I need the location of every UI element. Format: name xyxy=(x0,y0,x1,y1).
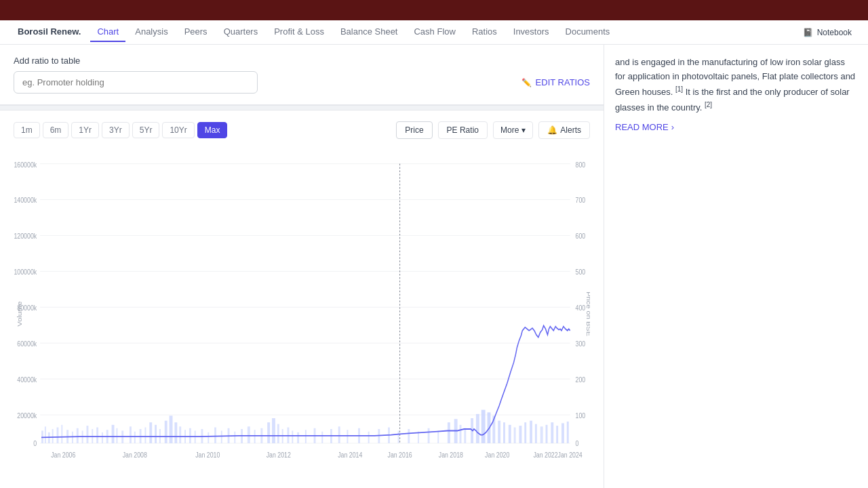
svg-text:Jan 2020: Jan 2020 xyxy=(485,451,510,459)
svg-text:0: 0 xyxy=(33,439,37,447)
svg-text:Price on BSE: Price on BSE xyxy=(585,291,590,336)
svg-rect-41 xyxy=(96,428,98,443)
nav-documents[interactable]: Documents xyxy=(559,22,617,42)
edit-ratios-label: EDIT RATIOS xyxy=(536,77,590,87)
svg-text:Jan 2022: Jan 2022 xyxy=(533,451,558,459)
pe-ratio-button[interactable]: PE Ratio xyxy=(438,121,488,139)
ratio-search-input[interactable] xyxy=(14,71,258,94)
chart-controls: 1m 6m 1Yr 3Yr 5Yr 10Yr Max Price PE Rati… xyxy=(14,121,590,139)
divider xyxy=(0,105,604,110)
svg-rect-110 xyxy=(535,424,537,443)
svg-rect-64 xyxy=(221,430,222,443)
nav-peers[interactable]: Peers xyxy=(178,22,214,42)
svg-text:Volume: Volume xyxy=(16,301,23,326)
svg-text:Jan 2024: Jan 2024 xyxy=(558,451,583,459)
svg-text:60000k: 60000k xyxy=(17,340,37,348)
right-panel: and is engaged in the manufacturing of l… xyxy=(604,45,868,488)
nav-quarters[interactable]: Quarters xyxy=(217,22,265,42)
left-panel: Add ratio to table ✏️ EDIT RATIOS 1m 6m … xyxy=(0,45,604,488)
svg-rect-44 xyxy=(112,425,115,443)
time-btn-6m[interactable]: 6m xyxy=(43,122,69,138)
svg-text:700: 700 xyxy=(576,196,586,204)
nav-ratios[interactable]: Ratios xyxy=(465,22,504,42)
read-more-button[interactable]: READ MORE › xyxy=(615,121,857,135)
chevron-down-icon: ▾ xyxy=(521,125,526,135)
svg-rect-96 xyxy=(460,425,462,443)
time-btn-3yr[interactable]: 3Yr xyxy=(102,122,130,138)
nav-analysis[interactable]: Analysis xyxy=(128,22,174,42)
svg-text:0: 0 xyxy=(576,439,579,447)
svg-text:Jan 2016: Jan 2016 xyxy=(388,451,413,459)
ref-1: [1] xyxy=(675,85,683,93)
svg-rect-86 xyxy=(368,432,370,443)
svg-text:100000k: 100000k xyxy=(14,268,37,276)
brand-name[interactable]: Borosil Renew. xyxy=(11,22,87,42)
svg-text:100: 100 xyxy=(576,411,586,420)
svg-rect-62 xyxy=(208,432,209,443)
add-ratio-section: Add ratio to table ✏️ EDIT RATIOS xyxy=(0,45,604,105)
time-btn-1yr[interactable]: 1Yr xyxy=(71,122,99,138)
svg-rect-97 xyxy=(464,428,466,443)
chart-svg: 160000k 140000k 120000k 100000k 80000k 6… xyxy=(14,147,590,472)
nav-bar: Borosil Renew. Chart Analysis Peers Quar… xyxy=(0,20,868,45)
chart-section: 1m 6m 1Yr 3Yr 5Yr 10Yr Max Price PE Rati… xyxy=(0,110,604,488)
svg-rect-111 xyxy=(540,426,543,443)
time-btn-10yr[interactable]: 10Yr xyxy=(162,122,194,138)
alerts-button[interactable]: 🔔 Alerts xyxy=(538,121,590,139)
svg-text:500: 500 xyxy=(576,268,586,276)
svg-rect-94 xyxy=(448,422,450,443)
svg-rect-51 xyxy=(149,422,152,443)
svg-rect-32 xyxy=(52,429,54,443)
bell-icon: 🔔 xyxy=(547,125,557,135)
notebook-icon: 📓 xyxy=(803,28,813,37)
svg-rect-37 xyxy=(77,428,79,443)
notebook-label: Notebook xyxy=(817,28,852,37)
nav-chart[interactable]: Chart xyxy=(90,22,125,42)
svg-rect-89 xyxy=(398,430,399,443)
svg-rect-92 xyxy=(428,428,430,443)
svg-rect-113 xyxy=(551,422,553,443)
nav-balance-sheet[interactable]: Balance Sheet xyxy=(334,22,405,42)
nav-investors[interactable]: Investors xyxy=(507,22,556,42)
notebook-button[interactable]: 📓 Notebook xyxy=(797,28,857,37)
svg-rect-68 xyxy=(248,426,250,443)
time-btn-5yr[interactable]: 5Yr xyxy=(132,122,160,138)
svg-rect-33 xyxy=(57,428,59,443)
time-btn-max[interactable]: Max xyxy=(197,122,228,138)
nav-cash-flow[interactable]: Cash Flow xyxy=(407,22,462,42)
chart-right-controls: Price PE Ratio More ▾ 🔔 Alerts xyxy=(396,121,590,139)
svg-rect-109 xyxy=(530,421,532,443)
svg-text:300: 300 xyxy=(576,340,586,348)
svg-rect-108 xyxy=(524,422,526,443)
edit-ratios-button[interactable]: ✏️ EDIT RATIOS xyxy=(521,77,590,87)
svg-text:160000k: 160000k xyxy=(14,161,37,169)
svg-rect-93 xyxy=(437,430,439,443)
svg-rect-90 xyxy=(408,429,410,443)
time-btn-1m[interactable]: 1m xyxy=(14,122,40,138)
edit-pencil-icon: ✏️ xyxy=(521,78,532,87)
add-ratio-label: Add ratio to table xyxy=(14,56,590,66)
svg-rect-76 xyxy=(292,430,293,443)
svg-rect-112 xyxy=(546,425,548,443)
svg-rect-115 xyxy=(561,423,564,443)
nav-profit-loss[interactable]: Profit & Loss xyxy=(267,22,331,42)
svg-rect-45 xyxy=(116,428,117,443)
svg-rect-59 xyxy=(189,428,191,443)
svg-rect-54 xyxy=(165,421,167,443)
svg-rect-42 xyxy=(102,432,103,443)
svg-text:800: 800 xyxy=(576,161,586,169)
price-view-button[interactable]: Price xyxy=(396,121,432,139)
svg-rect-77 xyxy=(297,432,299,443)
svg-text:40000k: 40000k xyxy=(17,375,37,384)
more-button[interactable]: More ▾ xyxy=(493,121,533,139)
svg-rect-99 xyxy=(476,414,479,443)
chevron-right-icon: › xyxy=(671,121,674,135)
svg-rect-107 xyxy=(519,426,521,443)
svg-rect-39 xyxy=(86,426,88,443)
svg-rect-52 xyxy=(155,425,157,443)
svg-text:600: 600 xyxy=(576,232,586,240)
time-buttons: 1m 6m 1Yr 3Yr 5Yr 10Yr Max xyxy=(14,122,227,138)
main-content: Add ratio to table ✏️ EDIT RATIOS 1m 6m … xyxy=(0,45,868,488)
svg-rect-82 xyxy=(338,426,340,443)
svg-text:Jan 2012: Jan 2012 xyxy=(267,451,292,459)
